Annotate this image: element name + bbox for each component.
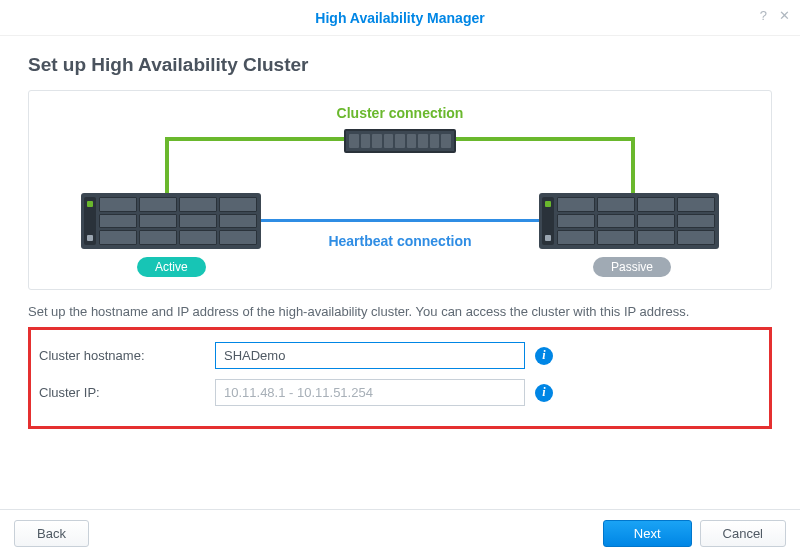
window-title: High Availability Manager: [315, 10, 484, 26]
cluster-line: [165, 137, 169, 195]
page-heading: Set up High Availability Cluster: [28, 54, 772, 76]
ip-label: Cluster IP:: [39, 385, 215, 400]
switch-icon: [344, 129, 456, 153]
passive-badge: Passive: [593, 257, 671, 277]
cluster-ip-input[interactable]: [215, 379, 525, 406]
description-text: Set up the hostname and IP address of th…: [28, 304, 772, 319]
heartbeat-connection-label: Heartbeat connection: [29, 233, 771, 249]
heartbeat-line: [261, 219, 539, 222]
cluster-line: [165, 137, 345, 141]
cluster-line: [631, 137, 635, 195]
hostname-label: Cluster hostname:: [39, 348, 215, 363]
active-badge: Active: [137, 257, 206, 277]
highlighted-form-area: Cluster hostname: i Cluster IP: i: [28, 327, 772, 429]
close-icon[interactable]: ✕: [779, 8, 790, 23]
info-icon[interactable]: i: [535, 347, 553, 365]
info-icon[interactable]: i: [535, 384, 553, 402]
help-icon[interactable]: ?: [760, 8, 767, 23]
footer-bar: Back Next Cancel: [0, 509, 800, 557]
cancel-button[interactable]: Cancel: [700, 520, 786, 547]
title-bar: High Availability Manager ? ✕: [0, 0, 800, 36]
cluster-connection-label: Cluster connection: [29, 105, 771, 121]
next-button[interactable]: Next: [603, 520, 692, 547]
cluster-hostname-input[interactable]: [215, 342, 525, 369]
cluster-line: [455, 137, 635, 141]
topology-diagram: Cluster connection Heartbeat connection …: [28, 90, 772, 290]
back-button[interactable]: Back: [14, 520, 89, 547]
